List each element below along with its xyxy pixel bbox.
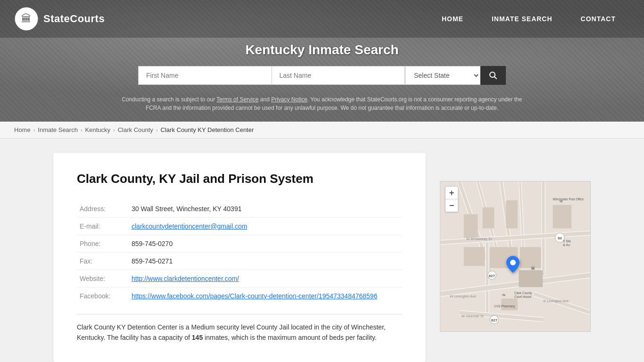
breadcrumb-clark-county[interactable]: Clark County [118,126,153,133]
logo-text: StateCourts [43,13,105,25]
breadcrumb-home[interactable]: Home [14,126,31,133]
svg-text:CVS Pharmacy: CVS Pharmacy [494,304,515,308]
svg-rect-33 [482,207,494,229]
map-zoom-controls: + − [445,186,458,212]
search-icon [489,71,497,80]
facebook-link[interactable]: https://www.facebook.com/pages/Clark-cou… [132,292,377,300]
content-card: Clark County, KY Jail and Prison System … [53,153,426,362]
breadcrumb: Home › Inmate Search › Kentucky › Clark … [0,122,644,139]
svg-text:E Lexington Ave: E Lexington Ave [544,299,569,303]
breadcrumb-current: Clark County KY Detention Center [161,126,254,133]
navigation-bar: 🏛 StateCourts HOME INMATE SEARCH CONTACT [0,0,644,38]
logo-icon: 🏛 [14,7,39,31]
logo-link[interactable]: 🏛 StateCourts [14,7,105,31]
facebook-value: https://www.facebook.com/pages/Clark-cou… [129,288,402,305]
fax-value: 859-745-0271 [129,253,402,270]
map-zoom-in-button[interactable]: + [446,187,458,199]
website-value: http://www.clarkdetentioncenter.com/ [129,270,402,288]
location-pin-icon [506,256,520,273]
phone-label: Phone: [77,235,129,253]
nav-links: HOME INMATE SEARCH CONTACT [428,2,630,36]
description: Clark County KY Detention Center is a Me… [77,322,402,343]
hero-section: 🏛 StateCourts HOME INMATE SEARCH CONTACT… [0,0,644,122]
privacy-link[interactable]: Privacy Notice [271,96,307,103]
desc-text-2: inmates, which is the maximum amount of … [203,334,377,341]
svg-rect-47 [519,271,543,287]
address-value: 30 Wall Street, Winchester, KY 40391 [129,200,402,218]
search-bar: Select StateAlabamaAlaskaArizonaArkansas… [138,66,506,85]
divider [77,314,402,314]
disclaimer: Conducting a search is subject to our Te… [110,91,534,122]
facility-title: Clark County, KY Jail and Prison System [77,172,402,186]
email-link[interactable]: clarkcountydetentioncenter@gmail.com [132,222,247,230]
last-name-input[interactable] [272,66,405,85]
svg-text:🛍: 🛍 [502,293,505,296]
breadcrumb-sep-4: › [156,127,158,133]
svg-line-3 [495,77,497,79]
table-row: Address: 30 Wall Street, Winchester, KY … [77,200,402,218]
svg-text:Court House: Court House [514,295,532,298]
address-label: Address: [77,200,129,218]
fax-label: Fax: [77,253,129,270]
svg-rect-34 [506,200,518,229]
map-container: + − [440,181,591,332]
svg-text:Winchester Post Office: Winchester Post Office [553,197,584,201]
desc-capacity: 145 [192,334,203,341]
search-button[interactable] [480,66,506,85]
svg-text:W Lexington Ave: W Lexington Ave [450,294,476,298]
svg-text:627: 627 [491,318,498,322]
website-link[interactable]: http://www.clarkdetentioncenter.com/ [132,275,239,282]
map-pin [506,256,520,274]
svg-text:🏛: 🏛 [21,13,32,25]
email-label: E-mail: [77,218,129,235]
nav-contact[interactable]: CONTACT [567,2,630,36]
table-row: Facebook: https://www.facebook.com/pages… [77,288,402,305]
map-zoom-out-button[interactable]: − [446,199,458,212]
table-row: Phone: 859-745-0270 [77,235,402,253]
svg-text:🏛: 🏛 [531,266,535,271]
svg-rect-35 [553,205,572,229]
nav-home[interactable]: HOME [428,2,478,36]
svg-text:5 Sta: 5 Sta [563,239,570,243]
table-row: E-mail: clarkcountydetentioncenter@gmail… [77,218,402,235]
state-select[interactable]: Select StateAlabamaAlaskaArizonaArkansas… [405,66,480,85]
info-table: Address: 30 Wall Street, Winchester, KY … [77,200,402,304]
disclaimer-text-between: and [258,96,271,103]
phone-value: 859-745-0270 [129,235,402,253]
email-value: clarkcountydetentioncenter@gmail.com [129,218,402,235]
breadcrumb-kentucky[interactable]: Kentucky [85,126,110,133]
first-name-input[interactable] [138,66,272,85]
table-row: Website: http://www.clarkdetentioncenter… [77,270,402,288]
table-row: Fax: 859-745-0271 [77,253,402,270]
breadcrumb-sep-3: › [113,127,115,133]
breadcrumb-sep-1: › [33,127,35,133]
terms-link[interactable]: Terms of Service [216,96,258,103]
svg-text:W Hickman St: W Hickman St [462,314,484,318]
facebook-label: Facebook: [77,288,129,305]
svg-rect-29 [464,247,485,266]
map-box[interactable]: + − [440,181,591,332]
hero-title: Kentucky Inmate Search [9,42,635,58]
svg-rect-31 [520,247,541,268]
svg-text:60: 60 [558,236,562,240]
hero-content: Kentucky Inmate Search Select StateAlaba… [0,38,644,122]
nav-inmate-search[interactable]: INMATE SEARCH [478,2,567,36]
breadcrumb-inmate-search[interactable]: Inmate Search [38,126,78,133]
svg-text:& Au: & Au [563,243,570,247]
svg-text:627: 627 [489,274,495,278]
svg-text:Clark County: Clark County [514,291,532,295]
svg-point-53 [510,260,516,265]
breadcrumb-sep-2: › [81,127,83,133]
main-container: Clark County, KY Jail and Prison System … [39,153,605,362]
disclaimer-text-before: Conducting a search is subject to our [122,96,217,103]
svg-rect-32 [464,214,478,238]
website-label: Website: [77,270,129,288]
